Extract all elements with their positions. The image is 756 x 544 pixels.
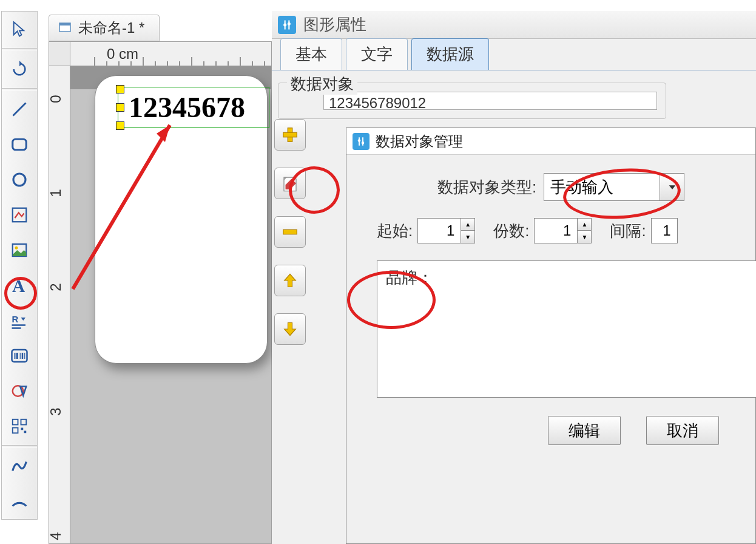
selection-box bbox=[118, 87, 269, 128]
svg-rect-43 bbox=[283, 229, 297, 234]
svg-rect-18 bbox=[21, 420, 27, 425]
copies-spinner[interactable]: ▲▼ bbox=[534, 218, 592, 243]
ruler-corner bbox=[49, 42, 70, 66]
rounded-rect-icon bbox=[10, 135, 29, 154]
resize-handle-bl[interactable] bbox=[116, 121, 124, 130]
rounded-rect-tool[interactable] bbox=[2, 127, 37, 162]
barcode-tool[interactable] bbox=[2, 338, 37, 373]
richtext-icon: R bbox=[10, 311, 29, 330]
picture-tool[interactable] bbox=[2, 233, 37, 268]
combo-dropdown-button[interactable] bbox=[660, 174, 684, 200]
interval-input[interactable] bbox=[652, 219, 677, 243]
text-tool[interactable]: A bbox=[2, 268, 37, 303]
data-object-type-label: 数据对象类型: bbox=[437, 177, 536, 198]
brand-textarea[interactable]: 品牌： bbox=[377, 260, 756, 398]
data-object-list[interactable]: 123456789012 bbox=[323, 92, 657, 110]
ruler-v-2: 2 bbox=[47, 283, 64, 291]
minus-icon bbox=[281, 223, 299, 241]
arrow-up-icon bbox=[282, 272, 299, 289]
edit-data-object-button[interactable] bbox=[274, 168, 306, 199]
ruler-v-0: 0 bbox=[47, 95, 64, 103]
svg-rect-17 bbox=[13, 420, 18, 425]
qrcode-icon bbox=[10, 417, 29, 435]
start-input[interactable] bbox=[418, 219, 461, 243]
richtext-tool[interactable]: R bbox=[2, 303, 37, 338]
ellipse-tool[interactable] bbox=[2, 162, 37, 197]
data-object-buttons bbox=[274, 119, 306, 345]
vertical-ruler[interactable]: 0 1 2 3 4 bbox=[49, 66, 70, 543]
data-object-manage-dialog: 数据对象管理 数据对象类型: 起始: ▲▼ 份数: bbox=[346, 127, 756, 544]
start-spinner[interactable]: ▲▼ bbox=[417, 218, 475, 243]
interval-label: 间隔: bbox=[610, 220, 646, 242]
svg-point-40 bbox=[288, 22, 291, 25]
svg-rect-21 bbox=[24, 431, 27, 433]
remove-data-object-button[interactable] bbox=[274, 216, 306, 248]
move-up-button[interactable] bbox=[274, 265, 306, 296]
copies-input[interactable] bbox=[535, 219, 577, 243]
line-tool[interactable] bbox=[2, 92, 37, 127]
ruler-v-1: 1 bbox=[47, 189, 64, 197]
properties-titlebar: 图形属性 bbox=[272, 11, 756, 39]
properties-icon bbox=[278, 16, 296, 34]
qrcode-tool[interactable] bbox=[2, 409, 37, 444]
cancel-button[interactable]: 取消 bbox=[646, 416, 719, 445]
edit-button[interactable]: 编辑 bbox=[548, 416, 621, 445]
resize-handle-tl[interactable] bbox=[116, 85, 124, 93]
data-object-group-label: 数据对象 bbox=[287, 73, 357, 95]
add-data-object-button[interactable] bbox=[274, 119, 306, 151]
properties-title: 图形属性 bbox=[303, 14, 366, 35]
pointer-tool[interactable] bbox=[2, 12, 37, 47]
chevron-down-icon bbox=[667, 182, 677, 192]
shape-tool[interactable] bbox=[2, 373, 37, 409]
curve-icon bbox=[10, 457, 29, 475]
start-spin-up[interactable]: ▲ bbox=[461, 219, 474, 231]
dialog-titlebar[interactable]: 数据对象管理 bbox=[346, 128, 755, 155]
svg-rect-42 bbox=[283, 132, 297, 137]
svg-rect-1 bbox=[13, 139, 27, 150]
copies-spin-up[interactable]: ▲ bbox=[578, 219, 591, 231]
tab-basic[interactable]: 基本 bbox=[280, 38, 342, 70]
start-spin-down[interactable]: ▼ bbox=[461, 231, 474, 243]
data-object-type-combo[interactable] bbox=[544, 173, 684, 201]
start-label: 起始: bbox=[377, 220, 413, 242]
resize-handle-ml[interactable] bbox=[116, 103, 124, 112]
dialog-body: 数据对象类型: 起始: ▲▼ 份数: ▲▼ bbox=[346, 155, 755, 398]
svg-line-0 bbox=[13, 103, 26, 116]
ellipse-icon bbox=[10, 171, 29, 189]
copies-label: 份数: bbox=[493, 220, 529, 242]
plus-icon bbox=[281, 126, 299, 144]
svg-text:R: R bbox=[12, 314, 19, 324]
document-icon bbox=[58, 21, 72, 35]
horizontal-ruler[interactable]: 0 cm bbox=[70, 42, 271, 66]
tab-datasource[interactable]: 数据源 bbox=[411, 38, 489, 70]
svg-rect-3 bbox=[13, 208, 27, 222]
arc-tool[interactable] bbox=[2, 484, 37, 519]
rotate-tool[interactable] bbox=[2, 52, 37, 87]
arrow-down-icon bbox=[282, 321, 299, 338]
svg-rect-19 bbox=[13, 428, 18, 433]
move-down-button[interactable] bbox=[274, 313, 306, 345]
interval-spinner[interactable] bbox=[651, 218, 678, 243]
document-tab[interactable]: 未命名-1 * bbox=[49, 15, 160, 41]
data-object-type-input[interactable] bbox=[544, 174, 660, 200]
svg-point-5 bbox=[15, 246, 18, 250]
properties-tabs: 基本 文字 数据源 bbox=[272, 39, 756, 70]
dialog-icon bbox=[353, 133, 370, 150]
rotate-icon bbox=[11, 61, 28, 78]
dialog-title: 数据对象管理 bbox=[376, 132, 463, 151]
barcode-icon bbox=[10, 347, 29, 365]
data-object-group: 数据对象 123456789012 bbox=[278, 83, 666, 119]
tab-text[interactable]: 文字 bbox=[346, 38, 408, 70]
vector-image-tool[interactable] bbox=[2, 197, 37, 233]
vector-icon bbox=[10, 206, 29, 224]
document-tab-label: 未命名-1 * bbox=[78, 18, 144, 38]
text-object-selected[interactable]: 12345678 bbox=[118, 87, 269, 128]
copies-spin-down[interactable]: ▼ bbox=[578, 231, 591, 243]
svg-point-2 bbox=[13, 174, 25, 186]
curve-tool[interactable] bbox=[2, 449, 37, 484]
svg-rect-23 bbox=[59, 23, 70, 25]
svg-rect-20 bbox=[21, 428, 24, 430]
svg-text:A: A bbox=[12, 276, 25, 295]
svg-point-45 bbox=[362, 141, 365, 144]
text-a-icon: A bbox=[10, 276, 29, 295]
